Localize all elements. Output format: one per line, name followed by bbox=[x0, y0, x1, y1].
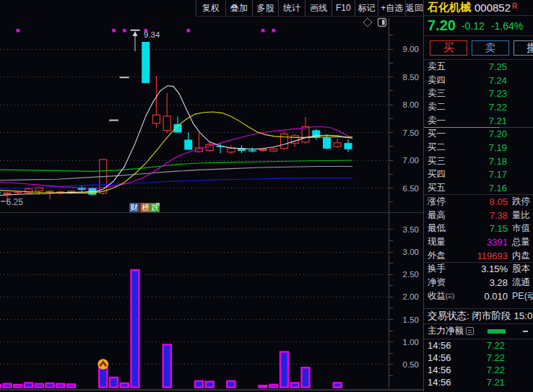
level-label: 卖五 bbox=[428, 61, 446, 73]
kline-chart-area[interactable]: 9.008.508.007.507.006.503.503.002.502.00… bbox=[0, 0, 423, 392]
toolbar-button-9[interactable]: 返回 bbox=[405, 0, 423, 16]
volume-bar bbox=[334, 383, 342, 387]
buy-button[interactable]: 买 bbox=[430, 40, 467, 56]
level-label: 买五 bbox=[428, 182, 446, 194]
level-label: 买二 bbox=[428, 141, 446, 154]
level-label: 卖四 bbox=[428, 74, 446, 87]
main-force-row: 主力净额 bbox=[424, 324, 533, 340]
toolbar-button-4[interactable]: 统计 bbox=[278, 0, 306, 16]
volume-bar bbox=[269, 385, 277, 388]
stats-block-top: 涨停8.05跌停最高7.38量比最低7.15市值现量3391总量外盘119693… bbox=[424, 195, 533, 263]
stat-label-2: 总量 bbox=[512, 236, 530, 248]
level-price: 7.23 bbox=[446, 88, 533, 99]
event-dot bbox=[261, 29, 265, 32]
bid-row-3[interactable]: 买三7.18 bbox=[424, 154, 533, 168]
sell-button[interactable]: 卖 bbox=[472, 40, 509, 56]
volume-axis-label: 1.00 bbox=[403, 338, 419, 347]
bid-row-1[interactable]: 买一7.20 bbox=[424, 127, 533, 141]
volume-bar bbox=[280, 352, 288, 387]
price-axis-label: 7.00 bbox=[403, 156, 419, 165]
ask-row-2[interactable]: 卖四7.24 bbox=[424, 74, 533, 87]
stat-row: 净资3.28流通 bbox=[424, 276, 533, 289]
volume-bar bbox=[0, 385, 1, 388]
diamond-marker-icon[interactable] bbox=[363, 18, 372, 27]
tick-time: 14:56 bbox=[428, 340, 451, 351]
detail-list-icon[interactable] bbox=[466, 327, 474, 335]
event-badge-3[interactable]: 跌 bbox=[150, 203, 160, 212]
candle-body bbox=[14, 192, 22, 193]
cancel-order-button[interactable]: 撤 bbox=[514, 40, 533, 56]
last-price: 7.20 bbox=[428, 17, 456, 34]
level-label: 卖一 bbox=[428, 115, 446, 127]
stat-label-2: 跌停 bbox=[512, 196, 530, 208]
price-axis-label: 9.00 bbox=[403, 45, 419, 53]
tick-price: 7.21 bbox=[451, 377, 533, 388]
panel-toggle-icon[interactable] bbox=[378, 19, 386, 27]
candle-body bbox=[344, 143, 352, 149]
level-label: 卖三 bbox=[428, 87, 446, 100]
ask-row-3[interactable]: 卖三7.23 bbox=[424, 87, 533, 100]
tick-price: 7.22 bbox=[451, 365, 533, 375]
stat-label: 净资 bbox=[428, 276, 462, 289]
event-badge-2[interactable]: 榜 bbox=[141, 203, 150, 212]
level-price: 7.16 bbox=[446, 183, 533, 193]
volume-bar bbox=[56, 384, 64, 388]
ask-row-5[interactable]: 卖一7.21 bbox=[424, 114, 533, 128]
event-dot bbox=[112, 29, 116, 32]
stat-row: 最高7.38量比 bbox=[424, 209, 533, 222]
price-row: 7.20 -0.12 -1.64% bbox=[424, 16, 533, 36]
stat-label: 最低 bbox=[428, 222, 462, 235]
toolbar-button-7[interactable]: 标记 bbox=[355, 0, 378, 16]
level-price: 7.17 bbox=[446, 169, 533, 180]
bid-levels: 买一7.20买二7.19买三7.18买四7.17买五7.16 bbox=[424, 127, 533, 194]
stat-label: 现量 bbox=[428, 236, 462, 248]
ask-levels: 卖五7.25卖四7.24卖三7.23卖二7.22卖一7.21 bbox=[424, 60, 533, 127]
stat-value: 119693 bbox=[462, 251, 508, 261]
stat-row: 换手3.15%股本 bbox=[424, 263, 533, 276]
volume-bar bbox=[259, 386, 267, 387]
toolbar-button-2[interactable]: 叠加 bbox=[225, 0, 253, 16]
stat-value: 3391 bbox=[462, 237, 508, 248]
candle-body bbox=[142, 42, 150, 83]
bid-row-4[interactable]: 买四7.17 bbox=[424, 168, 533, 182]
candle-dash bbox=[131, 30, 140, 31]
stat-value: 0.010 bbox=[462, 291, 508, 302]
ask-row-1[interactable]: 卖五7.25 bbox=[424, 60, 533, 74]
quote-panel: 石化机械 000852 R 7.20 -0.12 -1.64% 买 卖 撤 卖五… bbox=[423, 0, 533, 392]
volume-bar bbox=[67, 384, 75, 387]
volume-bar bbox=[46, 383, 54, 387]
stat-label: 收益㈢ bbox=[428, 290, 462, 302]
stat-label-2: PE(动 bbox=[512, 290, 533, 302]
price-change-pct: -1.64% bbox=[491, 20, 523, 32]
main-force-label: 主力净额 bbox=[428, 325, 464, 337]
trading-status: 交易状态: 闭市阶段 15:0 bbox=[424, 309, 533, 324]
volume-bar bbox=[35, 384, 43, 388]
event-badges[interactable]: 财榜跌 bbox=[129, 203, 160, 212]
toolbar-button-5[interactable]: 画线 bbox=[305, 0, 332, 16]
volume-axis-label: 2.50 bbox=[403, 270, 419, 279]
ma-line-green bbox=[0, 160, 352, 171]
volume-axis-label: 1.50 bbox=[403, 315, 419, 324]
toolbar-button-6[interactable]: F10 bbox=[332, 0, 355, 16]
stat-row: 收益㈢0.010PE(动 bbox=[424, 289, 533, 303]
toolbar-button-1[interactable]: 复权 bbox=[196, 0, 225, 16]
tick-price: 7.22 bbox=[451, 352, 533, 363]
toolbar-button-3[interactable]: 多股 bbox=[252, 0, 278, 16]
kline-chart-svg: 9.008.508.007.507.006.503.503.002.502.00… bbox=[0, 0, 423, 392]
level-price: 7.21 bbox=[446, 116, 533, 126]
bid-row-2[interactable]: 买二7.19 bbox=[424, 141, 533, 154]
low-price-label: 6.25 bbox=[6, 197, 24, 207]
event-badge-1[interactable]: 财 bbox=[129, 203, 139, 212]
trading-status-text: 交易状态: 闭市阶段 15:0 bbox=[428, 310, 533, 323]
stat-row: 最低7.15市值 bbox=[424, 222, 533, 235]
main-force-bar bbox=[488, 329, 506, 334]
level-label: 买三 bbox=[428, 155, 446, 167]
tick-row-2: 14:567.22 bbox=[424, 352, 533, 364]
ma-line-white bbox=[0, 86, 352, 196]
toolbar-button-8[interactable]: +自选 bbox=[378, 0, 405, 16]
toolbar: 复权叠加多股统计画线F10标记+自选返回 bbox=[196, 0, 423, 17]
volume-bar bbox=[25, 383, 32, 387]
ask-row-4[interactable]: 卖二7.22 bbox=[424, 100, 533, 114]
bid-row-5[interactable]: 买五7.16 bbox=[424, 181, 533, 195]
volume-axis-label: 3.50 bbox=[403, 225, 419, 234]
